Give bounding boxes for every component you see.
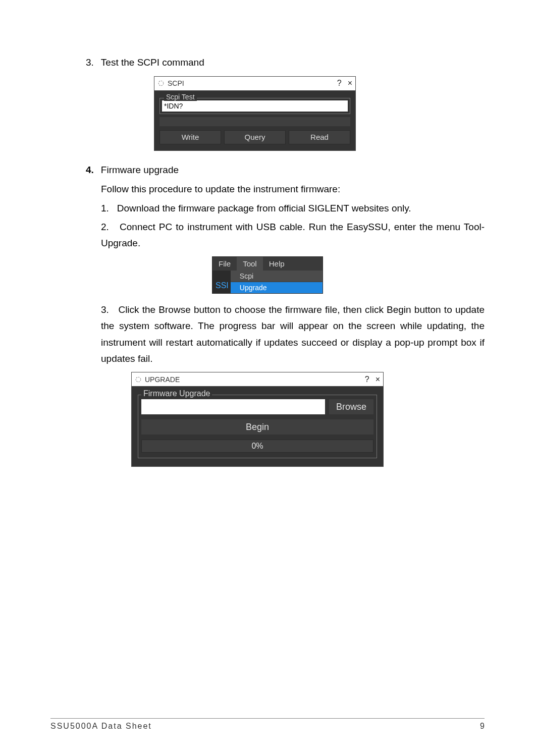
- page-number: 9: [480, 722, 485, 731]
- scpi-test-fieldset: Scpi Test *IDN?: [159, 98, 350, 114]
- upgrade-window: UPGRADE ? × Firmware Upgrade Browse Begi…: [131, 372, 384, 467]
- help-button[interactable]: ?: [365, 375, 369, 384]
- titlebar: SCPI ? ×: [154, 77, 355, 91]
- step-text: Download the firmware package from offic…: [117, 203, 411, 213]
- footer-title: SSU5000A Data Sheet: [50, 722, 152, 731]
- firmware-upgrade-fieldset: Firmware Upgrade Browse Begin 0%: [138, 395, 377, 458]
- scpi-command-input[interactable]: *IDN?: [162, 100, 348, 112]
- step-text: Connect PC to instrument with USB cable.…: [101, 222, 485, 248]
- ordinal-marker: 4.: [50, 163, 94, 178]
- app-icon: [135, 376, 142, 383]
- query-button[interactable]: Query: [224, 130, 286, 144]
- menubar: File Tool Help: [212, 257, 323, 271]
- step-marker: 1.: [101, 203, 109, 213]
- app-short-label: SSI: [212, 271, 231, 293]
- fieldset-legend: Firmware Upgrade: [141, 389, 212, 398]
- submenu-scpi[interactable]: Scpi: [231, 271, 323, 282]
- submenu: Scpi Upgrade: [231, 271, 323, 293]
- menu-help[interactable]: Help: [263, 257, 291, 271]
- help-button[interactable]: ?: [337, 79, 342, 88]
- upgrade-body: Firmware Upgrade Browse Begin 0%: [132, 387, 383, 466]
- window-title: UPGRADE: [145, 375, 180, 384]
- section-4-title: Firmware upgrade: [101, 163, 485, 178]
- page-footer: SSU5000A Data Sheet 9: [50, 718, 485, 731]
- app-icon: [157, 80, 165, 87]
- close-button[interactable]: ×: [348, 79, 352, 88]
- step-marker: 2.: [101, 222, 109, 232]
- window-title: SCPI: [168, 79, 184, 87]
- step-marker: 3.: [101, 304, 109, 315]
- menu-file[interactable]: File: [212, 257, 237, 271]
- begin-button[interactable]: Begin: [141, 419, 373, 435]
- write-button[interactable]: Write: [159, 130, 221, 144]
- browse-button[interactable]: Browse: [329, 399, 373, 414]
- progress-bar: 0%: [141, 440, 373, 453]
- scpi-window: SCPI ? × Scpi Test *IDN? Write Query Rea…: [154, 76, 356, 151]
- list-item-4: 4. Firmware upgrade: [50, 163, 485, 178]
- step-1: 1. Download the firmware package from of…: [101, 200, 485, 217]
- firmware-path-input[interactable]: [141, 399, 325, 414]
- ordinal-marker: 3.: [50, 56, 94, 70]
- svg-point-1: [136, 377, 141, 382]
- svg-point-0: [158, 81, 164, 86]
- close-button[interactable]: ×: [376, 375, 380, 384]
- tool-menu-screenshot: File Tool Help SSI Scpi Upgrade: [212, 256, 323, 294]
- scpi-readout: [159, 117, 350, 126]
- menu-tool[interactable]: Tool: [237, 257, 263, 271]
- read-button[interactable]: Read: [289, 130, 350, 144]
- step-text: Click the Browse button to choose the fi…: [101, 304, 485, 364]
- step-2: 2. Connect PC to instrument with USB cab…: [101, 219, 485, 252]
- list-item-3: 3. Test the SCPI command: [50, 56, 485, 70]
- titlebar: UPGRADE ? ×: [132, 372, 383, 387]
- section-4-intro: Follow this procedure to update the inst…: [101, 181, 485, 197]
- fieldset-legend: Scpi Test: [164, 93, 197, 101]
- submenu-upgrade[interactable]: Upgrade: [231, 282, 323, 293]
- section-3-title: Test the SCPI command: [101, 56, 485, 70]
- scpi-body: Scpi Test *IDN? Write Query Read: [154, 91, 355, 150]
- step-3: 3. Click the Browse button to choose the…: [101, 302, 485, 367]
